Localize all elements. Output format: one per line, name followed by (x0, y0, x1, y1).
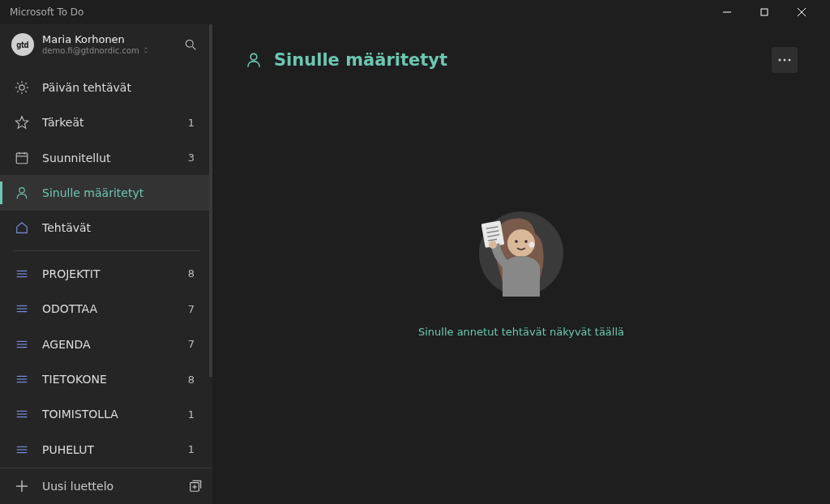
sidebar-item-count: 8 (188, 267, 201, 280)
list-icon (15, 407, 29, 421)
list-icon (15, 442, 29, 457)
user-email: demo.fi@gtdnordic.com (42, 46, 170, 55)
profile-section[interactable]: gtd Maria Korhonen demo.fi@gtdnordic.com (0, 24, 212, 65)
sidebar-item-label: TOIMISTOLLA (42, 408, 175, 421)
sidebar: gtd Maria Korhonen demo.fi@gtdnordic.com… (0, 24, 212, 504)
new-group-icon[interactable] (188, 479, 203, 493)
sidebar-list-item[interactable]: PROJEKTIT 8 (0, 256, 212, 291)
maximize-button[interactable] (746, 0, 783, 24)
list-icon (15, 337, 29, 352)
avatar: gtd (11, 33, 34, 56)
svg-point-4 (186, 40, 193, 47)
list-icon (15, 301, 29, 316)
minimize-button[interactable] (708, 0, 746, 24)
sidebar-item-count: 1 (188, 117, 201, 129)
sidebar-item-important[interactable]: Tärkeät 1 (0, 105, 212, 139)
sidebar-item-count: 1 (188, 443, 201, 455)
sidebar-item-label: PROJEKTIT (42, 267, 175, 280)
nav: Päivän tehtävät Tärkeät 1 Suunnitellut 3… (0, 65, 212, 468)
sun-icon (15, 80, 29, 95)
sidebar-list-item[interactable]: AGENDA 7 (0, 327, 212, 361)
sidebar-item-tasks[interactable]: Tehtävät (0, 211, 212, 246)
sidebar-item-label: Päivän tehtävät (42, 81, 182, 94)
sidebar-item-planned[interactable]: Suunnitellut 3 (0, 140, 212, 175)
person-icon (15, 186, 29, 200)
sidebar-item-count: 7 (188, 338, 201, 350)
main-panel: Sinulle määritetyt (212, 24, 830, 504)
home-icon (15, 220, 29, 235)
sidebar-list-item[interactable]: TIETOKONE 8 (0, 361, 212, 396)
sidebar-item-count: 8 (188, 374, 201, 386)
sidebar-item-label: AGENDA (42, 338, 175, 351)
divider (13, 250, 199, 251)
user-name: Maria Korhonen (42, 34, 170, 45)
svg-rect-15 (16, 153, 28, 164)
svg-point-58 (489, 241, 497, 249)
sidebar-list-item[interactable]: TOIMISTOLLA 1 (0, 397, 212, 432)
search-icon (184, 38, 197, 51)
svg-point-59 (529, 241, 535, 247)
svg-point-47 (784, 59, 786, 62)
list-icon (15, 372, 29, 387)
svg-point-6 (19, 85, 24, 90)
svg-point-51 (515, 240, 518, 243)
sidebar-item-myday[interactable]: Päivän tehtävät (0, 70, 212, 105)
sidebar-list-item[interactable]: ODOTTAA 7 (0, 292, 212, 327)
ellipsis-icon (778, 58, 791, 62)
svg-point-48 (789, 59, 791, 62)
svg-point-45 (250, 53, 257, 60)
empty-state: Sinulle annetut tehtävät näkyvät täällä (245, 65, 798, 473)
svg-point-52 (524, 240, 528, 243)
svg-rect-1 (761, 9, 768, 15)
sidebar-item-label: Tärkeät (42, 116, 175, 129)
sidebar-item-label: Suunnitellut (42, 152, 175, 164)
svg-line-12 (25, 91, 27, 92)
list-icon (15, 267, 29, 281)
empty-illustration (468, 201, 574, 306)
window-controls (708, 0, 820, 24)
svg-point-46 (779, 59, 781, 62)
calendar-icon (15, 151, 29, 165)
svg-line-14 (17, 91, 19, 92)
svg-line-11 (17, 83, 19, 84)
empty-state-text: Sinulle annetut tehtävät näkyvät täällä (418, 326, 624, 338)
plus-icon (15, 479, 29, 493)
star-icon (15, 115, 29, 130)
svg-line-13 (25, 83, 27, 84)
sidebar-item-label: TIETOKONE (42, 373, 175, 386)
sidebar-item-label: Sinulle määritetyt (42, 186, 182, 199)
svg-line-5 (192, 46, 195, 49)
titlebar: Microsoft To Do (0, 0, 830, 24)
new-list-row[interactable]: Uusi luettelo (0, 468, 212, 504)
sidebar-item-count: 1 (188, 408, 201, 421)
sidebar-item-assigned[interactable]: Sinulle määritetyt (0, 175, 212, 210)
sidebar-item-count: 7 (188, 303, 201, 315)
search-button[interactable] (178, 32, 203, 57)
updown-icon (143, 47, 149, 53)
close-button[interactable] (783, 0, 820, 24)
app-title: Microsoft To Do (10, 6, 708, 18)
sidebar-item-label: PUHELUT (42, 443, 175, 456)
sidebar-item-label: Tehtävät (42, 221, 182, 234)
new-list-label: Uusi luettelo (42, 480, 175, 493)
sidebar-item-count: 3 (188, 152, 201, 164)
sidebar-item-label: ODOTTAA (42, 302, 175, 315)
sidebar-list-item[interactable]: PUHELUT 1 (0, 432, 212, 467)
svg-point-19 (19, 188, 24, 193)
